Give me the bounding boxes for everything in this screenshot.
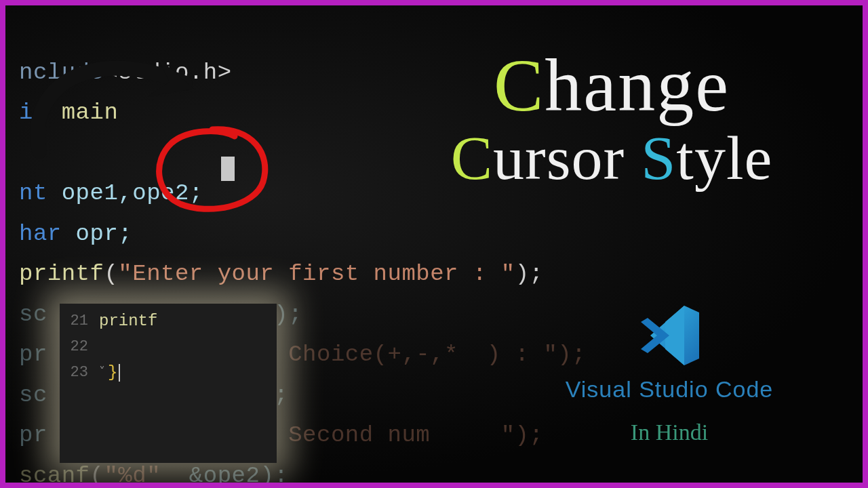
code-line: scanf — [19, 463, 90, 489]
block-cursor — [221, 157, 235, 181]
code-line: har — [19, 221, 62, 247]
code-line: id — [19, 100, 47, 125]
language-label: In Hindi — [524, 420, 815, 445]
line-number: 22 — [66, 335, 99, 359]
inset-row: 21 printf — [66, 308, 270, 335]
line-number: 23 — [66, 361, 99, 385]
code-line: printf — [19, 261, 104, 287]
vscode-logo-icon — [635, 302, 703, 369]
line-cursor — [119, 364, 120, 382]
vscode-label: Visual Studio Code — [524, 376, 815, 403]
inset-editor-panel: 21 printf 22 23 ˅ } — [60, 304, 277, 463]
code-line: nt — [19, 180, 47, 206]
code-include: nclude<stdio.h> — [19, 60, 232, 85]
inset-row: 23 ˅ } — [66, 359, 270, 386]
inset-row: 22 — [66, 335, 270, 359]
vscode-branding: Visual Studio Code In Hindi — [524, 302, 815, 445]
thumbnail-frame: nclude<stdio.h> id main nt ope1,ope2; ha… — [0, 0, 868, 488]
line-number: 21 — [66, 309, 99, 333]
fold-icon: ˅ — [99, 363, 105, 383]
